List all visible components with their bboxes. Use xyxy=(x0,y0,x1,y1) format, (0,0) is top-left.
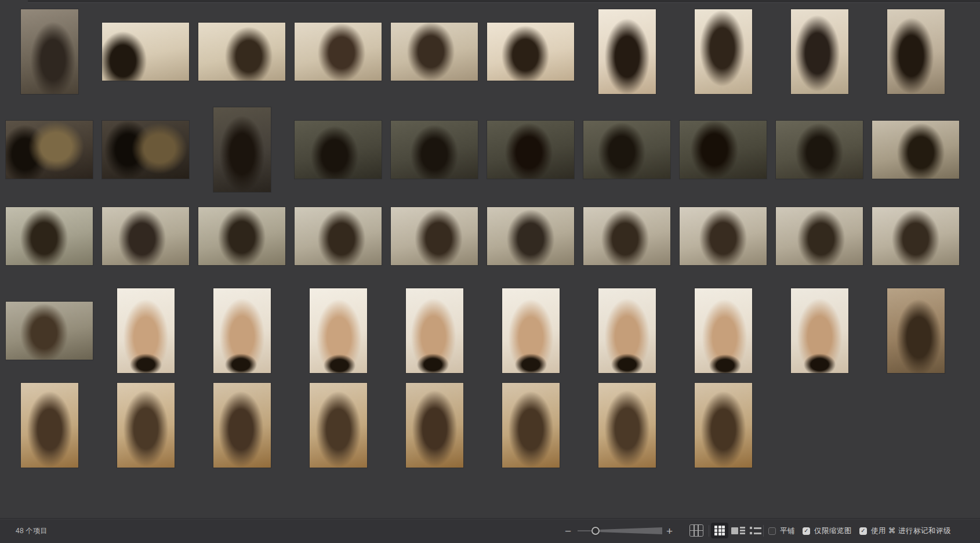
thumbnail-cell xyxy=(194,9,290,94)
thumbnail-row xyxy=(0,288,980,373)
thumbnail-cell xyxy=(771,207,868,265)
photo-thumbnail[interactable] xyxy=(791,9,848,94)
photo-thumbnail[interactable] xyxy=(6,207,93,265)
photo-thumbnail[interactable] xyxy=(776,121,863,179)
photo-thumbnail[interactable] xyxy=(502,288,560,373)
checkbox-checked-icon[interactable]: ✓ xyxy=(859,527,867,535)
photo-thumbnail[interactable] xyxy=(406,288,463,373)
thumbnail-cell xyxy=(868,9,964,94)
thumbnail-cell xyxy=(675,383,771,468)
thumbnail-cell xyxy=(97,107,194,192)
status-bar: 48 个项目 − + 平铺✓仅限缩览图✓使用 ⌘ 进行标记和评级 xyxy=(0,518,980,543)
slider-knob[interactable] xyxy=(591,527,600,535)
table-grid-icon[interactable] xyxy=(689,524,703,537)
photo-thumbnail[interactable] xyxy=(680,121,767,179)
photo-thumbnail[interactable] xyxy=(680,207,767,265)
tile-checkbox[interactable]: 平铺 xyxy=(768,526,795,536)
thumbnail-cell xyxy=(868,288,964,373)
use-cmd-tagging-rating-checkbox[interactable]: ✓使用 ⌘ 进行标记和评级 xyxy=(859,526,951,536)
thumbnail-size-slider[interactable] xyxy=(578,526,663,536)
photo-thumbnail[interactable] xyxy=(310,383,367,468)
photo-thumbnail[interactable] xyxy=(21,9,78,94)
thumbnail-cell xyxy=(290,9,386,94)
photo-thumbnail[interactable] xyxy=(487,121,574,179)
thumbnail-cell xyxy=(579,383,675,468)
thumbnail-cell xyxy=(290,107,386,192)
thumbnail-cell xyxy=(579,9,675,94)
photo-thumbnail[interactable] xyxy=(102,121,189,179)
photo-thumbnail[interactable] xyxy=(117,383,175,468)
photo-thumbnail[interactable] xyxy=(791,288,848,373)
thumbnail-cell xyxy=(1,288,97,373)
thumbnail-cell xyxy=(194,107,290,192)
photo-thumbnail[interactable] xyxy=(6,302,93,360)
photo-thumbnail[interactable] xyxy=(872,121,959,179)
photo-thumbnail[interactable] xyxy=(391,207,478,265)
photo-thumbnail[interactable] xyxy=(295,121,382,179)
thumbnail-cell xyxy=(482,383,579,468)
thumbnail-cell xyxy=(771,288,868,373)
checkbox-checked-icon[interactable]: ✓ xyxy=(803,527,810,535)
photo-thumbnail[interactable] xyxy=(887,288,945,373)
photo-thumbnail[interactable] xyxy=(117,288,175,373)
photo-thumbnail[interactable] xyxy=(6,121,93,179)
checkbox-group: 平铺✓仅限缩览图✓使用 ⌘ 进行标记和评级 xyxy=(768,519,951,543)
photo-thumbnail[interactable] xyxy=(598,383,656,468)
thumbnail-row xyxy=(0,107,980,192)
thumbnail-cell xyxy=(771,107,868,192)
photo-thumbnail[interactable] xyxy=(102,207,189,265)
photo-thumbnail[interactable] xyxy=(487,207,574,265)
grid-view-icon xyxy=(714,526,725,535)
photo-thumbnail[interactable] xyxy=(887,9,945,94)
photo-thumbnail[interactable] xyxy=(102,23,189,81)
photo-thumbnail[interactable] xyxy=(310,288,367,373)
photo-thumbnail[interactable] xyxy=(198,207,285,265)
thumbnail-cell xyxy=(1,9,97,94)
photo-thumbnail[interactable] xyxy=(295,23,382,81)
photo-thumbnail[interactable] xyxy=(213,107,271,192)
photo-thumbnail[interactable] xyxy=(21,383,78,468)
thumbnail-cell xyxy=(290,288,386,373)
thumbnail-cell xyxy=(482,207,579,265)
photo-thumbnail[interactable] xyxy=(598,9,656,94)
thumbnail-cell xyxy=(675,207,771,265)
checkbox-unchecked-icon[interactable] xyxy=(768,527,776,535)
photo-thumbnail[interactable] xyxy=(391,121,478,179)
zoom-out-button[interactable]: − xyxy=(565,526,571,537)
photo-thumbnail[interactable] xyxy=(213,288,271,373)
thumbnail-cell xyxy=(386,207,482,265)
thumbnail-cell xyxy=(1,383,97,468)
thumbnails-only-checkbox[interactable]: ✓仅限缩览图 xyxy=(803,526,852,536)
photo-thumbnail[interactable] xyxy=(406,383,463,468)
thumbnail-cell xyxy=(675,107,771,192)
thumbnail-cell xyxy=(290,207,386,265)
thumbnail-cell xyxy=(1,107,97,192)
checkbox-label: 使用 ⌘ 进行标记和评级 xyxy=(871,526,951,536)
slider-track-wedge xyxy=(598,527,662,535)
photo-thumbnail[interactable] xyxy=(695,383,752,468)
photo-thumbnail[interactable] xyxy=(695,9,752,94)
photo-thumbnail[interactable] xyxy=(502,383,560,468)
photo-thumbnail[interactable] xyxy=(776,207,863,265)
zoom-in-button[interactable]: + xyxy=(666,526,673,537)
thumbnail-cell xyxy=(97,207,194,265)
grid-view-button[interactable] xyxy=(711,523,728,538)
photo-thumbnail[interactable] xyxy=(583,121,670,179)
thumbnail-cell xyxy=(386,288,482,373)
thumbnail-cell xyxy=(386,9,482,94)
photo-thumbnail[interactable] xyxy=(872,207,959,265)
photo-thumbnail[interactable] xyxy=(583,207,670,265)
photo-thumbnail[interactable] xyxy=(695,288,752,373)
detail-list-view-button[interactable] xyxy=(747,523,764,538)
photo-thumbnail[interactable] xyxy=(295,207,382,265)
divider xyxy=(709,525,709,537)
photo-thumbnail[interactable] xyxy=(487,23,574,81)
thumbnail-cell xyxy=(290,383,386,468)
photo-thumbnail[interactable] xyxy=(391,23,478,81)
thumbnail-cell xyxy=(194,288,290,373)
thumbnail-list-view-button[interactable] xyxy=(729,523,747,538)
photo-thumbnail[interactable] xyxy=(213,383,271,468)
photo-thumbnail[interactable] xyxy=(598,288,656,373)
divider xyxy=(763,525,764,537)
photo-thumbnail[interactable] xyxy=(198,23,285,81)
